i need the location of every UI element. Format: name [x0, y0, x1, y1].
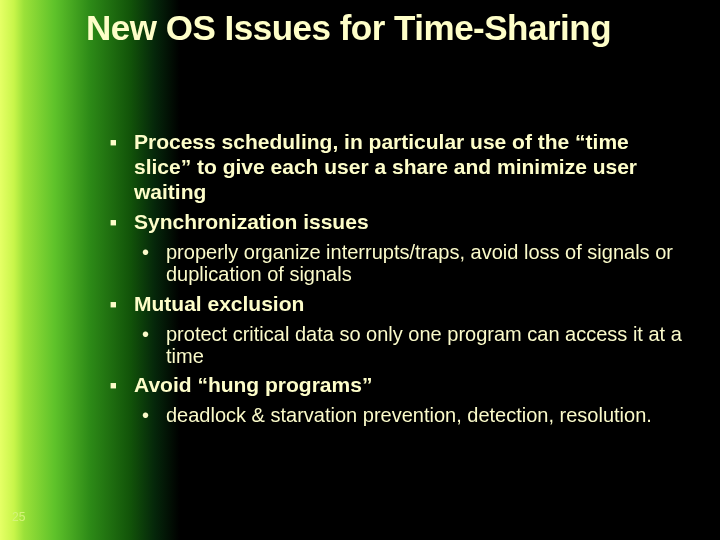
page-number: 25 [12, 510, 25, 524]
bullet-level1: Process scheduling, in particular use of… [86, 130, 690, 204]
bullet-level2: deadlock & starvation prevention, detect… [86, 404, 690, 426]
slide-body: Process scheduling, in particular use of… [86, 130, 690, 433]
bullet-level1: Synchronization issues [86, 210, 690, 235]
bullet-level1: Avoid “hung programs” [86, 373, 690, 398]
slide-title: New OS Issues for Time-Sharing [86, 10, 680, 47]
bullet-level1: Mutual exclusion [86, 292, 690, 317]
bullet-level2: properly organize interrupts/traps, avoi… [86, 241, 690, 286]
bullet-level2: protect critical data so only one progra… [86, 323, 690, 368]
slide: New OS Issues for Time-Sharing Process s… [0, 0, 720, 540]
